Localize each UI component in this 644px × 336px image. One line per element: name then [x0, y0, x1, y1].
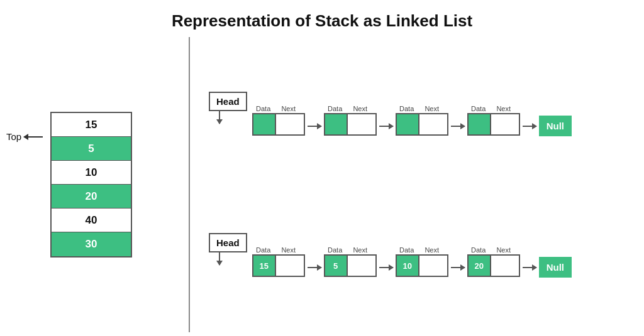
top-label: Top	[6, 131, 43, 142]
connector-2-4	[523, 267, 536, 268]
head-section-2: Head	[209, 233, 247, 265]
stack-container: 15 5 10 20 40 30	[50, 112, 132, 257]
nodes-row-1: Data Next Data Next	[252, 104, 572, 136]
null-box-1: Null	[539, 116, 572, 136]
connector-2-3	[451, 267, 465, 268]
connector-2-2	[379, 267, 393, 268]
connector-1	[308, 126, 321, 127]
node-1-2: Data Next	[324, 105, 377, 136]
node-1-3: Data Next	[396, 105, 448, 136]
connector-3	[451, 126, 465, 127]
right-panel: Head Data Next	[196, 37, 644, 332]
stack-item: 5	[52, 137, 131, 161]
connector-2-1	[308, 267, 321, 268]
stack-panel: Top 15 5 10 20 40 30	[0, 37, 182, 332]
head-arrow-down-1	[219, 111, 220, 124]
vertical-divider	[189, 37, 190, 332]
connector-2	[379, 126, 393, 127]
null-box-2: Null	[539, 257, 572, 278]
connector-4	[523, 126, 536, 127]
head-arrow-down-2	[219, 252, 220, 265]
node-2-2: Data Next 5	[324, 246, 377, 277]
node-2-1: Data Next 15	[252, 246, 305, 277]
nodes-row-2: Data Next 15 Data Next	[252, 246, 572, 278]
stack-item: 30	[52, 232, 131, 256]
node-1-4: Data Next	[467, 105, 520, 136]
page-title: Representation of Stack as Linked List	[0, 0, 644, 37]
stack-item: 10	[52, 161, 131, 185]
stack-item: 20	[52, 185, 131, 209]
stack-item: 40	[52, 209, 131, 232]
node-2-4: Data Next 20	[467, 246, 520, 277]
head-box-1: Head	[209, 92, 247, 111]
head-box-2: Head	[209, 233, 247, 252]
stack-item: 15	[52, 113, 131, 137]
linked-list-2: Head Data Next 15	[209, 233, 631, 278]
head-section-1: Head	[209, 92, 247, 124]
linked-list-1: Head Data Next	[209, 92, 631, 136]
node-2-3: Data Next 10	[396, 246, 448, 277]
top-arrow-icon	[24, 136, 43, 138]
node-1-1: Data Next	[252, 105, 305, 136]
